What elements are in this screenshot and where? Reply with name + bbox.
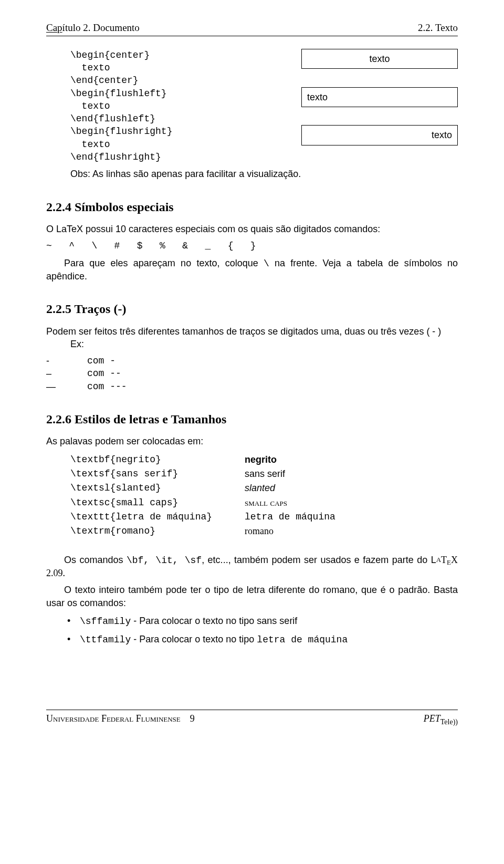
table-row: \textrm{romano}romano [70,525,458,537]
code-center: \begin{center} texto \end{center} [46,49,301,87]
page-header: Capítulo 2. Documento 2.2. Texto [46,21,458,36]
page-footer: Universidade Federal Fluminense 9 PETTel… [46,710,458,727]
heading-2-2-6: 2.2.6 Estilos de letras e Tamanhos [46,411,458,428]
style-table: \textbf{negrito}negrito \textsf{sans ser… [46,453,458,538]
demo-flushright: texto [301,125,458,145]
s224-p1: O LaTeX possui 10 caracteres especiais c… [46,223,458,235]
code-flushright: \begin{flushright} texto \end{flushright… [46,125,301,163]
s226-intro: As palavas podem ser colocadas em: [46,435,458,447]
heading-2-2-4: 2.2.4 Símbolos especiais [46,199,458,215]
out-bold: negrito [245,453,277,466]
table-row: -com - [46,355,458,367]
out-slanted: slanted [245,482,275,494]
bullet-sffamily: • \sffamily - Para colocar o texto no ti… [67,615,458,628]
s224-p2: Para que eles apareçam no texto, coloque… [46,257,458,283]
header-right: 2.2. Texto [418,21,458,35]
footer-left: Universidade Federal Fluminense 9 [46,712,195,727]
code-flushleft: \begin{flushleft} texto \end{flushleft} [46,87,301,126]
obs-text: Obs: As linhas são apenas para facilitar… [46,168,458,180]
heading-2-2-5: 2.2.5 Traços (-) [46,300,458,317]
bullet-icon: • [67,615,80,628]
out-roman: romano [245,525,274,537]
table-row: –com -- [46,367,458,380]
table-row: \textsl{slanted}slanted [70,482,458,494]
footer-right: PETTele)) [424,712,458,727]
header-left: Capítulo 2. Documento [46,21,140,35]
demo-flushleft: texto [301,87,458,107]
out-smallcaps: small caps [245,496,287,509]
hyphen-table: -com - –com -- —com --- [46,355,458,393]
table-row: \texttt{letra de máquina}letra de máquin… [70,511,458,523]
bullet-icon: • [67,633,80,646]
header-left-underline: Cap [46,22,62,33]
table-row: —com --- [46,380,458,393]
bullet-ttfamily: • \ttfamily - Para colocar o texto no ti… [67,633,458,646]
s226-p2: O texto inteiro também pode ter o tipo d… [46,584,458,609]
demo-center: texto [301,49,458,69]
table-row: \textbf{negrito}negrito [70,453,458,466]
s226-p1: Os comandos \bf, \it, \sf, etc..., també… [46,554,458,580]
table-row: \textsc{small caps}small caps [70,496,458,509]
s225-intro: Podem ser feitos três diferentes tamanho… [46,325,458,338]
layout-row-flushleft: \begin{flushleft} texto \end{flushleft} … [46,87,458,126]
table-row: \textsf{sans serif}sans serif [70,467,458,480]
layout-row-center: \begin{center} texto \end{center} texto [46,49,458,87]
out-tt: letra de máquina [245,511,335,523]
out-sans: sans serif [245,467,285,480]
s225-ex: Ex: [46,338,458,350]
s224-chars: ~ ^ \ # $ % & _ { } [46,240,458,252]
layout-row-flushright: \begin{flushright} texto \end{flushright… [46,125,458,163]
